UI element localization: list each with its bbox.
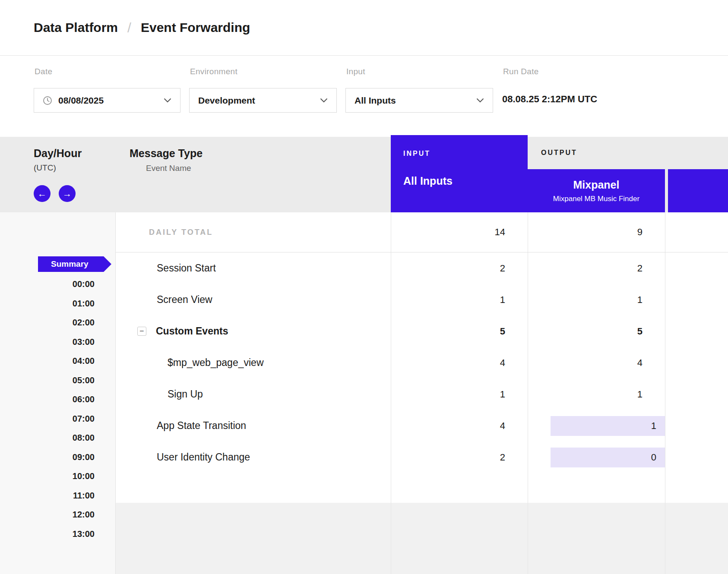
table-row: $mp_web_page_view 4 4 [116,347,728,378]
output-connection-name: Mixpanel [573,179,620,191]
table-row: Screen View 1 1 [116,284,728,315]
date-select[interactable]: 08/08/2025 [34,88,180,113]
daily-total-label: DAILY TOTAL [149,228,213,237]
summary-row-flag[interactable]: Summary [38,256,111,272]
message-type-title: Message Type [130,147,391,160]
input-column-value: All Inputs [403,175,528,187]
next-output-column-partial[interactable] [668,169,728,212]
empty-cell [665,473,728,503]
extra-cell [665,252,728,284]
table-row: Session Start 2 2 [116,252,728,284]
date-select-value: 08/08/2025 [58,95,104,106]
daily-total-input-value: 14 [391,212,528,252]
output-count: 5 [528,315,665,347]
collapse-icon[interactable]: − [137,327,146,336]
empty-row-spacer [116,473,728,503]
input-count: 1 [391,378,528,410]
output-count: 2 [528,252,665,284]
message-type-header: Message Type Event Name [116,137,391,212]
day-hour-title: Day/Hour [34,147,116,160]
hour-label[interactable]: 08:00 [0,428,115,448]
hour-label[interactable]: 03:00 [0,332,115,352]
table-row: App State Transition 4 1 [116,410,728,442]
previous-day-button[interactable]: ← [34,185,51,202]
breadcrumb-data-platform[interactable]: Data Platform [34,20,118,35]
filler-cell [116,503,391,574]
daily-total-row: DAILY TOTAL 14 9 [116,212,728,252]
breadcrumb-event-forwarding: Event Forwarding [141,20,250,35]
table-header: Day/Hour (UTC) ← → Message Type Event Na… [0,137,728,212]
highlighted-output-count[interactable]: 1 [551,416,665,436]
output-section-label: OUTPUT [541,149,577,157]
grid-filler [116,503,728,574]
input-count: 2 [391,442,528,473]
filler-cell [528,503,665,574]
highlighted-output-count[interactable]: 0 [551,448,665,467]
event-name-group: − Custom Events [116,315,391,347]
input-count: 4 [391,347,528,378]
event-name: $mp_web_page_view [116,347,391,378]
hour-label[interactable]: 07:00 [0,409,115,429]
table-row: Sign Up 1 1 [116,378,728,410]
output-count: 4 [528,347,665,378]
hour-label[interactable]: 11:00 [0,486,115,505]
filter-bar: Date 08/08/2025 Environment Development [0,56,728,137]
environment-select-value: Development [198,95,255,106]
environment-select[interactable]: Development [189,88,337,113]
extra-cell [665,284,728,315]
next-day-button[interactable]: → [59,185,76,202]
filler-cell [665,503,728,574]
hour-label[interactable]: 12:00 [0,505,115,524]
table-body: Summary 00:00 01:00 02:00 03:00 04:00 05… [0,212,728,574]
chevron-down-icon [476,98,484,103]
breadcrumb-separator: / [127,20,131,36]
run-date-label: Run Date [503,67,539,76]
date-filter-label: Date [35,67,52,76]
filler-cell [391,503,528,574]
output-connection-subtitle: Mixpanel MB Music Finder [553,195,639,203]
event-name: Sign Up [116,378,391,410]
chevron-down-icon [320,98,328,103]
breadcrumb: Data Platform / Event Forwarding [0,0,728,56]
extra-cell [665,347,728,378]
daily-total-output-value: 9 [528,212,665,252]
output-column-header-mixpanel[interactable]: Mixpanel Mixpanel MB Music Finder [528,169,665,212]
daily-total-extra-cell [665,212,728,252]
table-row: − Custom Events 5 5 [116,315,728,347]
hour-label[interactable]: 10:00 [0,467,115,486]
event-name: Custom Events [156,325,228,337]
date-nav: ← → [34,185,76,202]
environment-filter-label: Environment [190,67,237,76]
hour-label[interactable]: 01:00 [0,294,115,313]
empty-cell [116,473,391,503]
input-column-header[interactable]: INPUT All Inputs [391,135,528,212]
input-select[interactable]: All Inputs [345,88,493,113]
data-grid: DAILY TOTAL 14 9 Session Start 2 2 Scree… [116,212,728,574]
hour-label[interactable]: 00:00 [0,274,115,294]
event-name: User Identity Change [116,442,391,473]
run-date-value: 08.08.25 2:12PM UTC [502,94,597,105]
input-select-value: All Inputs [355,95,396,106]
input-count: 5 [391,315,528,347]
empty-cell [391,473,528,503]
output-count: 1 [528,284,665,315]
extra-cell [665,442,728,473]
event-name: Screen View [116,284,391,315]
empty-cell [528,473,665,503]
time-column: Summary 00:00 01:00 02:00 03:00 04:00 05… [0,212,116,574]
hour-label[interactable]: 04:00 [0,351,115,371]
hour-label[interactable]: 02:00 [0,313,115,332]
output-count-cell: 0 [528,442,665,473]
hour-label[interactable]: 13:00 [0,524,115,544]
hour-list: 00:00 01:00 02:00 03:00 04:00 05:00 06:0… [0,274,115,543]
chevron-down-icon [164,98,171,103]
hour-label[interactable]: 06:00 [0,390,115,409]
daily-total-cell: DAILY TOTAL [116,212,391,252]
input-column-label: INPUT [403,150,528,158]
input-filter-label: Input [346,67,365,76]
hour-label[interactable]: 09:00 [0,448,115,467]
hour-label[interactable]: 05:00 [0,371,115,390]
day-hour-subtitle: (UTC) [34,163,116,173]
table-row: User Identity Change 2 0 [116,442,728,473]
input-count: 4 [391,410,528,442]
